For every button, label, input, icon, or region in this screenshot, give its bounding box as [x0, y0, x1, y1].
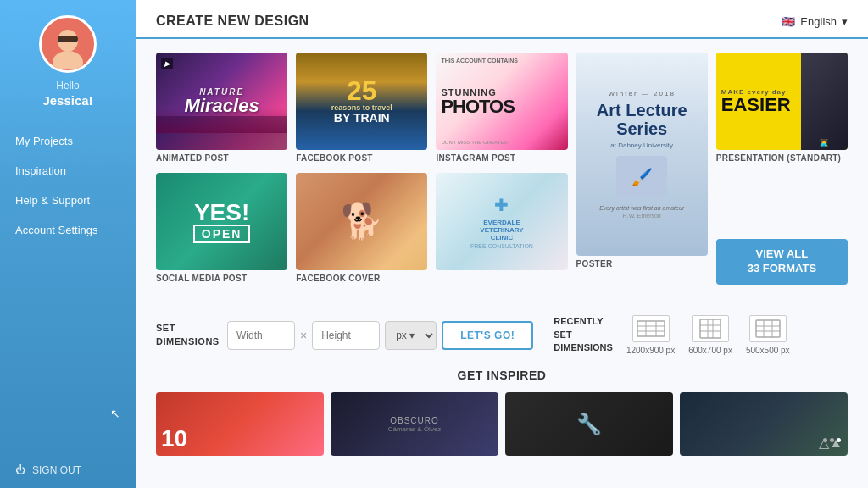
make-easier: EASIER [721, 96, 796, 114]
templates-grid: ▶ NATURE Miracles ANIMATED POST 25 reaso… [156, 53, 848, 285]
template-label-facebook-cover: FACEBOOK COVER [296, 270, 427, 285]
inspired-card-2[interactable]: OBSCURO Cámaras & Ólvez [331, 392, 498, 456]
template-card-facebook-cover[interactable]: 🐕 [296, 173, 427, 270]
flag-icon: 🇬🇧 [782, 15, 795, 28]
language-label: English [800, 15, 837, 28]
svg-rect-11 [700, 319, 721, 338]
template-instagram-post[interactable]: THIS ACCOUNT CONTAINS STUNNING PHOTOS DO… [436, 53, 567, 164]
template-label-poster: POSTER [576, 256, 708, 270]
inspired-card-3[interactable]: 🔧 [505, 392, 673, 456]
template-card-vet-clinic[interactable]: ✚ EVERDALEVETERINARYCLINIC FREE CONSULTA… [436, 173, 567, 270]
insp-nav-dots [823, 438, 841, 442]
poster-winter: Winter — 2018 [609, 90, 676, 97]
avatar [39, 15, 97, 73]
insp-city-icons: △▲ [819, 435, 843, 451]
dog-emoji: 🐕 [341, 202, 383, 241]
template-card-animated-post[interactable]: ▶ NATURE Miracles [156, 53, 287, 150]
template-facebook-cover[interactable]: 🐕 FACEBOOK COVER [296, 173, 427, 285]
width-input[interactable] [227, 321, 295, 350]
insp-mechanic-emoji: 🔧 [576, 413, 602, 436]
recently-section: RECENTLYSETDIMENSIONS 1200x900 px 600x70… [554, 315, 789, 355]
vet-cross: ✚ [494, 195, 509, 215]
view-all-label: VIEW ALL 33 FORMATS [748, 247, 816, 276]
page-title: CREATE NEW DESIGN [156, 14, 309, 29]
svg-rect-6 [637, 321, 665, 336]
sidebar-item-help-support[interactable]: Help & Support [0, 186, 136, 215]
lets-go-button[interactable]: LET'S GO! [442, 321, 533, 350]
poster-sub: at Dabney University [610, 141, 673, 149]
svg-point-5 [73, 39, 76, 42]
dimension-inputs: × px ▾ cm mm in LET'S GO! [227, 321, 533, 350]
chevron-down-icon: ▾ [842, 15, 848, 28]
recent-dim-label-600x700: 600x700 px [688, 346, 732, 355]
main-content: CREATE NEW DESIGN 🇬🇧 English ▾ ▶ NATURE … [136, 0, 868, 488]
svg-point-4 [59, 39, 63, 42]
sidebar: Hello Jessica! My Projects Inspiration H… [0, 0, 136, 488]
train-number: 25 [347, 77, 377, 104]
cursor-icon: ↖ [110, 407, 120, 420]
unit-select[interactable]: px ▾ cm mm in [385, 321, 437, 350]
template-social-media[interactable]: YES! OPEN SOCIAL MEDIA POST [156, 173, 287, 285]
template-label-presentation: PRESENTATION (STANDART) [716, 150, 848, 164]
recent-dim-icon-wide [632, 315, 670, 342]
recent-dim-1200x900[interactable]: 1200x900 px [626, 315, 675, 355]
recent-dim-icon-square [749, 315, 787, 342]
recent-dim-600x700[interactable]: 600x700 px [688, 315, 732, 355]
insta-top: THIS ACCOUNT CONTAINS [441, 58, 562, 64]
view-all-cell: VIEW ALL 33 FORMATS [716, 173, 848, 285]
template-label-instagram-post: INSTAGRAM POST [436, 150, 567, 164]
hello-label: Hello [56, 80, 79, 92]
language-selector[interactable]: 🇬🇧 English ▾ [782, 15, 848, 28]
recently-label: RECENTLYSETDIMENSIONS [554, 315, 613, 354]
template-card-presentation[interactable]: MAKE every day EASIER 👩‍💻 [716, 53, 848, 150]
template-card-poster[interactable]: Winter — 2018 Art Lecture Series at Dabn… [576, 53, 708, 256]
recent-dim-icon-tall [692, 315, 729, 342]
template-label-animated-post: ANIMATED POST [156, 150, 287, 164]
template-card-instagram-post[interactable]: THIS ACCOUNT CONTAINS STUNNING PHOTOS DO… [436, 53, 567, 150]
yes-text: YES! [194, 201, 249, 225]
poster-art: 🖌️ [616, 156, 667, 198]
sidebar-item-inspiration[interactable]: Inspiration [0, 156, 136, 186]
inspired-grid: 10 OBSCURO Cámaras & Ólvez 🔧 △▲ [156, 392, 848, 456]
template-label-social-media: SOCIAL MEDIA POST [156, 270, 287, 285]
template-animated-post[interactable]: ▶ NATURE Miracles ANIMATED POST [156, 53, 287, 164]
open-text: OPEN [193, 225, 251, 243]
user-name: Jessica! [42, 93, 92, 108]
poster-quote: Every artist was first an amateur [599, 205, 684, 211]
signout-label: SIGN OUT [32, 464, 81, 476]
signout-button[interactable]: ⏻ SIGN OUT [0, 452, 136, 488]
insp-obscuro-top: OBSCURO [390, 416, 439, 425]
recent-dim-label-1200x900: 1200x900 px [626, 346, 675, 355]
poster-title: Art Lecture Series [585, 101, 699, 138]
laptop-person: 👩‍💻 [820, 139, 828, 147]
sidebar-item-account-settings[interactable]: Account Settings [0, 215, 136, 245]
nature-title: Miracles [185, 97, 259, 115]
template-facebook-post[interactable]: 25 reasons to travel BY TRAIN FACEBOOK P… [296, 53, 427, 164]
view-all-button[interactable]: VIEW ALL 33 FORMATS [716, 239, 848, 285]
play-icon: ▶ [161, 58, 173, 69]
template-card-facebook-post[interactable]: 25 reasons to travel BY TRAIN [296, 53, 427, 150]
insp-obscuro-sub: Cámaras & Ólvez [388, 425, 442, 433]
sidebar-item-my-projects[interactable]: My Projects [0, 126, 136, 156]
recent-dim-500x500[interactable]: 500x500 px [746, 315, 790, 355]
template-presentation[interactable]: MAKE every day EASIER 👩‍💻 PRESENTATION (… [716, 53, 848, 164]
vet-name: EVERDALEVETERINARYCLINIC [480, 219, 523, 241]
set-dimensions-label: SETDIMENSIONS [156, 322, 207, 348]
template-poster[interactable]: Winter — 2018 Art Lecture Series at Dabn… [576, 53, 708, 285]
insta-photos: STUNNING PHOTOS [441, 87, 562, 116]
inspired-title: GET INSPIRED [156, 369, 848, 382]
template-vet-clinic[interactable]: ✚ EVERDALEVETERINARYCLINIC FREE CONSULTA… [436, 173, 567, 285]
dimensions-section: SETDIMENSIONS × px ▾ cm mm in LET'S GO! … [136, 315, 868, 369]
insta-bottom: DON'T MISS THE GREATEST [441, 140, 562, 145]
template-card-social-media[interactable]: YES! OPEN [156, 173, 287, 270]
vet-sub: FREE CONSULTATION [470, 243, 533, 249]
inspired-section: GET INSPIRED 10 OBSCURO Cámaras & Ólvez … [136, 369, 868, 456]
height-input[interactable] [312, 321, 380, 350]
inspired-card-1[interactable]: 10 [156, 392, 324, 456]
inspired-card-4[interactable]: △▲ [680, 392, 848, 456]
recent-dim-label-500x500: 500x500 px [746, 346, 790, 355]
template-label-facebook-post: FACEBOOK POST [296, 150, 427, 164]
insp-number: 10 [161, 427, 187, 451]
svg-rect-16 [756, 320, 780, 337]
train-title: BY TRAIN [334, 112, 390, 125]
